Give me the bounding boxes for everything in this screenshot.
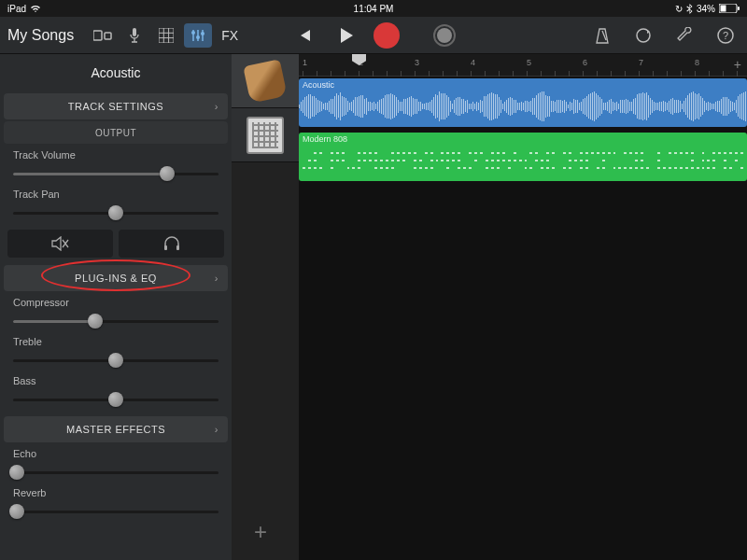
mic-icon[interactable] (120, 23, 148, 48)
track-controls-icon[interactable] (184, 23, 212, 48)
timeline-ruler[interactable]: + 12345678 (299, 54, 747, 77)
ruler-mark: 1 (303, 58, 307, 67)
chevron-right-icon: › (215, 273, 218, 284)
compressor-slider[interactable] (13, 312, 218, 330)
master-effects-header[interactable]: MASTER EFFECTS › (4, 416, 228, 442)
svg-rect-4 (105, 33, 111, 39)
wifi-icon (30, 4, 41, 13)
svg-point-7 (196, 35, 200, 39)
track-pan-slider[interactable] (13, 203, 218, 222)
ruler-mark: 4 (471, 58, 475, 67)
clock: 11:04 PM (354, 4, 394, 14)
region-acoustic[interactable]: Acoustic (299, 78, 747, 127)
reverb-label: Reverb (13, 487, 218, 498)
selected-track-name: Acoustic (0, 54, 232, 90)
output-header: OUTPUT (4, 121, 228, 144)
grid-icon[interactable] (152, 23, 180, 48)
fx-button[interactable]: FX (216, 28, 244, 43)
settings-wrench-icon[interactable] (670, 23, 698, 48)
ruler-mark: 8 (695, 58, 699, 67)
track-icons-column: + (232, 54, 299, 560)
bluetooth-icon (686, 4, 693, 14)
svg-point-6 (191, 31, 195, 35)
track-pan-label: Track Pan (13, 189, 218, 200)
svg-rect-3 (93, 31, 102, 40)
midi-pattern (303, 149, 743, 172)
plugins-eq-header[interactable]: PLUG-INS & EQ › (4, 265, 228, 291)
device-label: iPad (7, 4, 26, 14)
ruler-mark: 6 (583, 58, 587, 67)
stop-indicator[interactable] (433, 24, 456, 47)
track-settings-header[interactable]: TRACK SETTINGS › (4, 93, 228, 119)
svg-rect-12 (164, 245, 167, 250)
ruler-mark: 7 (639, 58, 643, 67)
add-track-button[interactable]: + (254, 519, 267, 545)
track-icon-modern-808[interactable] (232, 108, 299, 162)
loop-icon[interactable] (629, 23, 657, 48)
metronome-icon[interactable] (588, 23, 616, 48)
bass-slider[interactable] (13, 390, 218, 409)
battery-icon (719, 4, 740, 13)
rewind-button[interactable] (291, 23, 319, 48)
svg-text:?: ? (723, 30, 728, 41)
treble-slider[interactable] (13, 351, 218, 370)
back-my-songs[interactable]: My Songs (7, 27, 74, 44)
echo-slider[interactable] (13, 463, 218, 482)
treble-label: Treble (13, 336, 218, 347)
timeline-area: + + 12345678 Acoustic Modern 808 (232, 54, 747, 560)
add-section-button[interactable]: + (734, 57, 741, 72)
help-icon[interactable]: ? (712, 23, 740, 48)
mute-button[interactable] (7, 230, 113, 258)
track-icon-acoustic[interactable] (232, 54, 299, 108)
reverb-slider[interactable] (13, 502, 218, 521)
region-modern-808[interactable]: Modern 808 (299, 133, 747, 181)
svg-rect-2 (738, 7, 740, 10)
headphones-solo-button[interactable] (119, 230, 224, 258)
guitar-icon (243, 59, 287, 103)
echo-label: Echo (13, 448, 218, 459)
browser-toggle-icon[interactable] (89, 23, 117, 48)
track-sidebar: Acoustic TRACK SETTINGS › OUTPUT Track V… (0, 54, 232, 560)
bass-label: Bass (13, 375, 218, 386)
svg-rect-13 (176, 245, 179, 250)
chevron-right-icon: › (215, 101, 218, 112)
svg-rect-5 (133, 28, 136, 36)
top-toolbar: My Songs FX (0, 17, 747, 54)
record-button[interactable] (374, 22, 400, 49)
waveform-acoustic (299, 91, 747, 121)
compressor-label: Compressor (13, 297, 218, 308)
svg-rect-1 (721, 6, 726, 12)
track-volume-slider[interactable] (13, 164, 218, 183)
drum-machine-icon (247, 117, 284, 154)
status-bar: iPad 11:04 PM ↻ 34% (0, 0, 747, 17)
chevron-right-icon: › (215, 424, 218, 435)
ruler-mark: 3 (415, 58, 419, 67)
play-button[interactable] (332, 23, 360, 48)
ruler-mark: 5 (527, 58, 531, 67)
svg-point-8 (201, 32, 204, 35)
track-volume-label: Track Volume (13, 149, 218, 161)
battery-percent: 34% (697, 4, 715, 14)
orientation-lock-icon: ↻ (675, 4, 683, 14)
